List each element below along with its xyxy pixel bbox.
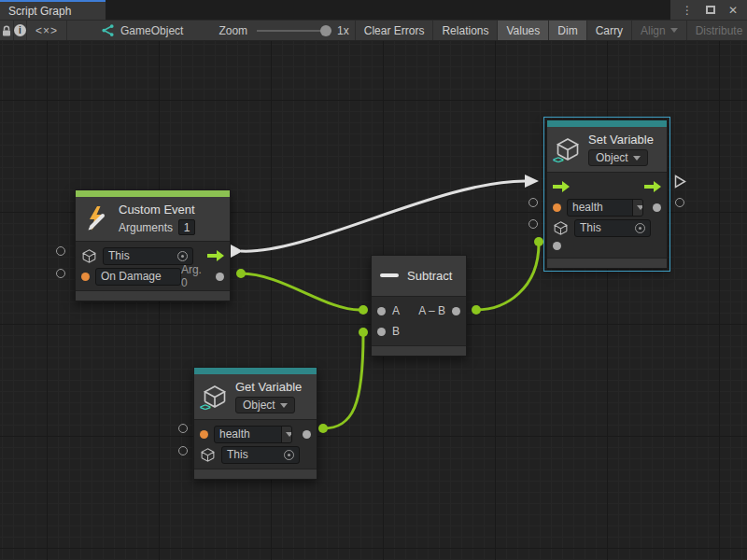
variable-scope-dropdown[interactable]: Object — [235, 397, 295, 413]
zoom-slider[interactable] — [257, 30, 331, 32]
set-variable-target-outer-port[interactable] — [529, 219, 538, 229]
dropdown-button[interactable] — [281, 426, 292, 443]
variable-cube-icon: <> — [202, 384, 228, 410]
caret-down-icon — [286, 432, 293, 437]
wire-endpoint[interactable] — [534, 237, 543, 246]
custom-event-header: Custom Event Arguments 1 — [76, 197, 230, 242]
control-wire-arrowhead — [525, 175, 539, 188]
graph-script-icon: <×> — [35, 24, 58, 37]
node-footer — [194, 469, 317, 479]
get-variable-name-outer-port[interactable] — [178, 424, 188, 433]
string-input-port[interactable] — [81, 273, 90, 281]
input-a-label: A — [392, 304, 400, 317]
event-accent-strip — [76, 190, 230, 197]
variable-name-input-port[interactable] — [553, 203, 561, 212]
custom-event-name-outer-port[interactable] — [56, 269, 65, 278]
node-footer — [372, 345, 466, 356]
object-picker-icon[interactable] — [635, 223, 645, 233]
carry-toggle[interactable]: Carry — [587, 21, 632, 40]
dim-toggle[interactable]: Dim — [549, 21, 586, 40]
variable-accent-strip — [547, 120, 667, 127]
new-value-input-port[interactable] — [553, 242, 561, 250]
caret-down-icon — [633, 156, 641, 161]
wire-endpoint[interactable] — [359, 305, 368, 315]
gameobject-icon — [101, 23, 115, 37]
zoom-slider-handle[interactable] — [320, 25, 331, 36]
graph-context[interactable]: GameObject — [93, 21, 190, 40]
wire-endpoint[interactable] — [472, 305, 481, 315]
inspect-button[interactable]: i — [14, 21, 27, 40]
custom-event-target-outer-port[interactable] — [56, 246, 65, 256]
align-dropdown[interactable]: Align — [632, 21, 687, 40]
variable-name-input-port[interactable] — [200, 430, 208, 439]
code-brackets-icon: <> — [200, 401, 210, 413]
set-variable-control-out-outer-port[interactable] — [674, 175, 686, 189]
input-b-label: B — [392, 325, 400, 338]
control-wire-source-triangle[interactable] — [231, 245, 243, 258]
value-wire-getvar-to-b — [323, 334, 363, 428]
wire-endpoint[interactable] — [359, 328, 368, 337]
unity-visual-scripting-window: Script Graph ⋮ ✕ i <×> — [0, 0, 747, 560]
tab-script-graph[interactable]: Script Graph — [0, 0, 106, 20]
value-output-port[interactable] — [653, 203, 661, 212]
wire-endpoint[interactable] — [236, 269, 246, 278]
value-wire-subtract-to-setvar — [476, 244, 539, 310]
object-picker-icon[interactable] — [284, 450, 294, 460]
zoom-control: Zoom 1x — [218, 21, 348, 40]
gameobject-cube-icon — [81, 248, 97, 264]
tab-bar: Script Graph ⋮ ✕ — [0, 0, 747, 20]
control-output-arrow-icon[interactable] — [644, 181, 661, 192]
node-footer — [76, 290, 230, 301]
value-output-port[interactable] — [303, 430, 311, 439]
custom-event-node[interactable]: Custom Event Arguments 1 This — [75, 189, 231, 301]
node-title: Get Variable — [235, 379, 302, 395]
close-icon[interactable]: ✕ — [728, 5, 738, 16]
node-title: Set Variable — [588, 132, 654, 147]
gameobject-cube-icon — [200, 447, 216, 463]
arg0-output-port[interactable] — [216, 273, 224, 281]
object-picker-icon[interactable] — [177, 251, 188, 261]
wire-endpoint[interactable] — [318, 424, 328, 433]
context-label: GameObject — [120, 24, 183, 37]
variable-target-field[interactable]: This — [574, 219, 651, 237]
gameobject-cube-icon — [553, 220, 569, 236]
tab-bar-spacer — [106, 0, 670, 20]
input-a-port[interactable] — [377, 307, 386, 315]
distribute-dropdown[interactable]: Distribute — [687, 21, 747, 40]
input-b-port[interactable] — [377, 328, 386, 336]
control-output-arrow-icon[interactable] — [207, 250, 224, 261]
variable-scope-dropdown[interactable]: Object — [588, 149, 648, 166]
relations-button[interactable]: Relations — [433, 21, 498, 40]
get-variable-node[interactable]: <> Get Variable Object health — [193, 367, 317, 480]
values-toggle[interactable]: Values — [498, 21, 549, 40]
graph-canvas[interactable]: Custom Event Arguments 1 This — [0, 41, 747, 560]
dropdown-button[interactable] — [632, 199, 643, 217]
get-variable-target-outer-port[interactable] — [178, 446, 188, 455]
variable-accent-strip — [194, 368, 317, 374]
caret-down-icon — [280, 403, 288, 408]
set-variable-value-outer-port[interactable] — [675, 198, 684, 207]
arguments-count-field[interactable]: 1 — [178, 219, 195, 235]
event-target-field[interactable]: This — [103, 247, 193, 265]
maximize-icon[interactable] — [706, 6, 715, 14]
caret-down-icon — [670, 28, 678, 33]
clear-errors-button[interactable]: Clear Errors — [355, 21, 434, 40]
node-footer — [547, 258, 667, 268]
output-port[interactable] — [452, 307, 460, 315]
set-variable-name-outer-port[interactable] — [529, 198, 538, 207]
custom-event-icon — [83, 204, 111, 232]
kebab-menu-icon[interactable]: ⋮ — [682, 5, 693, 16]
variable-target-field[interactable]: This — [221, 446, 300, 464]
subtract-minus-icon — [379, 265, 400, 286]
control-input-arrow-icon[interactable] — [553, 181, 570, 192]
graph-toolbar: i <×> GameObject Zoom 1x Clear Errors Re… — [0, 20, 747, 41]
subtract-node[interactable]: Subtract A A – B B — [371, 255, 467, 357]
set-variable-node[interactable]: <> Set Variable Object — [546, 119, 668, 269]
code-brackets-icon: <> — [553, 154, 563, 165]
event-name-field[interactable]: On Damage — [95, 268, 181, 286]
edit-graph-button[interactable]: <×> — [27, 21, 67, 40]
variable-name-dropdown[interactable]: health — [567, 199, 643, 217]
lock-button[interactable] — [0, 21, 14, 40]
variable-name-dropdown[interactable]: health — [214, 426, 292, 443]
set-variable-header: <> Set Variable Object — [547, 127, 667, 173]
